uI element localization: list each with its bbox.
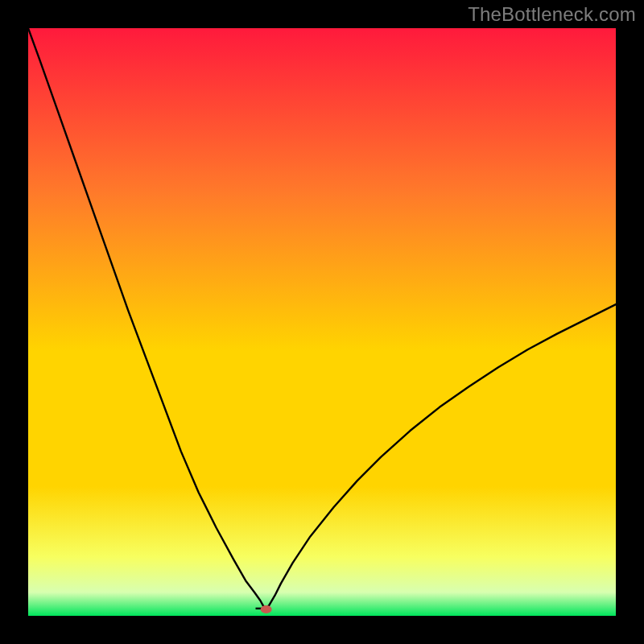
outer-frame: TheBottleneck.com	[0, 0, 644, 644]
gradient-background	[28, 28, 616, 616]
watermark-text: TheBottleneck.com	[468, 3, 636, 26]
bottleneck-chart	[28, 28, 616, 616]
plot-area	[28, 28, 616, 616]
optimal-point-marker	[261, 605, 272, 613]
